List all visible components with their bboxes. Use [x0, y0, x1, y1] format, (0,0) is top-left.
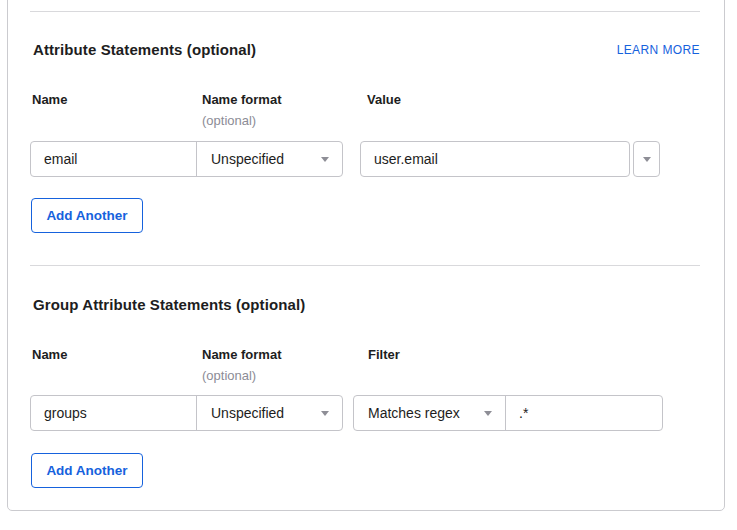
group-name-format-optional-hint: (optional) [202, 368, 256, 383]
attribute-statements-title: Attribute Statements (optional) [33, 41, 256, 58]
group-name-format-column-label: Name format [202, 347, 281, 362]
group-filter-type-select[interactable]: Matches regex [354, 396, 506, 430]
name-column-label: Name [32, 92, 67, 107]
attribute-name-format-select[interactable]: Unspecified [196, 142, 342, 176]
attribute-value-input[interactable] [360, 141, 630, 177]
group-name-format-group: Unspecified [30, 395, 343, 431]
section-divider [30, 265, 700, 266]
chevron-down-icon [321, 157, 329, 162]
value-column-label: Value [367, 92, 401, 107]
group-filter-group: Matches regex [353, 395, 663, 431]
group-filter-type-value: Matches regex [368, 405, 460, 421]
group-name-format-select[interactable]: Unspecified [196, 396, 342, 430]
chevron-down-icon [321, 411, 329, 416]
attribute-name-input[interactable] [31, 142, 196, 176]
group-attribute-statements-title: Group Attribute Statements (optional) [33, 296, 305, 313]
page: Attribute Statements (optional) LEARN MO… [0, 0, 737, 530]
group-name-column-label: Name [32, 347, 67, 362]
filter-column-label: Filter [368, 347, 400, 362]
chevron-down-icon [643, 157, 651, 162]
learn-more-link[interactable]: LEARN MORE [617, 43, 700, 57]
attribute-name-format-value: Unspecified [211, 151, 284, 167]
name-format-optional-hint: (optional) [202, 113, 256, 128]
add-another-group-attribute-button[interactable]: Add Another [31, 453, 143, 488]
add-another-attribute-button[interactable]: Add Another [31, 198, 143, 233]
saml-settings-card [7, 0, 725, 511]
group-filter-value-input[interactable] [506, 396, 663, 430]
section-divider [30, 11, 700, 12]
group-name-format-value: Unspecified [211, 405, 284, 421]
chevron-down-icon [484, 411, 492, 416]
attribute-value-dropdown-button[interactable] [633, 141, 660, 177]
name-format-column-label: Name format [202, 92, 281, 107]
group-name-input[interactable] [31, 396, 196, 430]
attribute-name-format-group: Unspecified [30, 141, 343, 177]
